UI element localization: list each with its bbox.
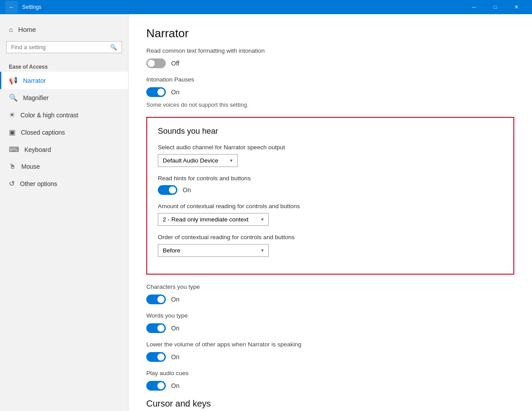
words-block: Words you type On (146, 312, 514, 333)
main-layout: ⌂ Home 🔍 Ease of Access 📢 Narrator 🔍 Mag… (0, 14, 532, 411)
other-options-label: Other options (20, 180, 57, 187)
color-contrast-label: Color & high contrast (20, 112, 78, 119)
narrator-icon: 📢 (9, 76, 18, 85)
closed-captions-label: Closed captions (21, 129, 65, 136)
maximize-button[interactable]: □ (485, 0, 505, 14)
home-label: Home (18, 26, 36, 33)
narrator-label: Narrator (23, 77, 46, 84)
read-hints-toggle[interactable] (158, 185, 177, 195)
home-icon: ⌂ (9, 26, 13, 33)
words-toggle-row: On (146, 323, 514, 333)
read-formatting-toggle[interactable] (146, 58, 166, 68)
titlebar: ← Settings ─ □ ✕ (0, 0, 532, 14)
words-toggle[interactable] (146, 323, 166, 333)
toggle-thumb (157, 353, 164, 361)
other-options-icon: ↺ (9, 179, 15, 188)
chevron-down-icon: ▾ (230, 158, 233, 163)
search-icon: 🔍 (110, 44, 117, 50)
read-hints-label: Read hints for controls and buttons (158, 175, 503, 182)
read-hints-toggle-label: On (183, 186, 191, 194)
sounds-heading: Sounds you hear (158, 127, 503, 136)
characters-toggle-row: On (146, 295, 514, 304)
close-button[interactable]: ✕ (506, 0, 527, 14)
contextual-amount-block: Amount of contextual reading for control… (158, 203, 503, 226)
characters-toggle[interactable] (146, 295, 166, 304)
audio-channel-label: Select audio channel for Narrator speech… (158, 144, 503, 151)
search-input[interactable] (11, 44, 107, 50)
lower-volume-toggle[interactable] (146, 352, 166, 362)
contextual-order-label: Order of contextual reading for controls… (158, 234, 503, 240)
characters-label: Characters you type (146, 283, 514, 290)
lower-volume-toggle-label: On (171, 353, 180, 361)
chevron-down-icon: ▾ (261, 217, 264, 222)
audio-channel-dropdown[interactable]: Default Audio Device ▾ (158, 154, 238, 167)
magnifier-icon: 🔍 (9, 93, 18, 102)
sidebar-item-other-options[interactable]: ↺ Other options (0, 175, 128, 192)
play-cues-block: Play audio cues On (146, 370, 514, 391)
contextual-order-block: Order of contextual reading for controls… (158, 234, 503, 257)
toggle-thumb (157, 89, 164, 96)
chevron-down-icon: ▾ (261, 248, 264, 253)
sidebar-item-home[interactable]: ⌂ Home (0, 21, 128, 38)
audio-channel-block: Select audio channel for Narrator speech… (158, 144, 503, 167)
window-controls: ─ □ ✕ (464, 0, 527, 14)
toggle-thumb (157, 296, 164, 303)
read-formatting-toggle-label: Off (171, 60, 179, 67)
contextual-amount-dropdown[interactable]: 2 - Read only immediate context ▾ (158, 213, 269, 226)
words-toggle-label: On (171, 325, 180, 332)
minimize-button[interactable]: ─ (464, 0, 484, 14)
keyboard-label: Keyboard (24, 146, 51, 153)
sidebar-item-mouse[interactable]: 🖱 Mouse (0, 158, 128, 175)
closed-captions-icon: ▣ (9, 128, 16, 136)
intonation-note: Some voices do not support this setting. (146, 101, 514, 108)
toggle-thumb (148, 60, 155, 67)
sidebar-item-closed-captions[interactable]: ▣ Closed captions (0, 124, 128, 141)
toggle-thumb (157, 382, 164, 389)
read-formatting-toggle-row: Off (146, 58, 514, 68)
back-icon: ← (8, 4, 15, 11)
sidebar-section-label: Ease of Access (0, 60, 128, 72)
back-button[interactable]: ← (5, 1, 18, 13)
sidebar-item-color-contrast[interactable]: ☀ Color & high contrast (0, 106, 128, 124)
toggle-thumb (169, 186, 176, 194)
lower-volume-label: Lower the volume of other apps when Narr… (146, 341, 514, 348)
search-box[interactable]: 🔍 (6, 41, 122, 53)
cursor-keys-heading: Cursor and keys (146, 399, 514, 409)
lower-volume-toggle-row: On (146, 352, 514, 362)
read-formatting-block: Read common text formatting with intonat… (146, 47, 514, 68)
intonation-label: Intonation Pauses (146, 76, 514, 83)
keyboard-icon: ⌨ (9, 145, 19, 154)
sidebar-item-keyboard[interactable]: ⌨ Keyboard (0, 141, 128, 158)
titlebar-title: Settings (22, 4, 41, 10)
content-area: Narrator Read common text formatting wit… (129, 14, 532, 411)
sounds-section: Sounds you hear Select audio channel for… (146, 117, 514, 275)
read-formatting-label: Read common text formatting with intonat… (146, 47, 514, 54)
toggle-thumb (157, 325, 164, 332)
read-hints-toggle-row: On (158, 185, 503, 195)
intonation-toggle-row: On (146, 87, 514, 97)
play-cues-toggle-row: On (146, 381, 514, 391)
mouse-icon: 🖱 (9, 163, 16, 171)
contextual-amount-label: Amount of contextual reading for control… (158, 203, 503, 209)
audio-channel-value: Default Audio Device (163, 157, 218, 164)
characters-block: Characters you type On (146, 283, 514, 304)
play-cues-label: Play audio cues (146, 370, 514, 376)
intonation-toggle-label: On (171, 89, 180, 96)
sidebar: ⌂ Home 🔍 Ease of Access 📢 Narrator 🔍 Mag… (0, 14, 129, 411)
words-label: Words you type (146, 312, 514, 319)
intonation-toggle[interactable] (146, 87, 166, 97)
sidebar-item-narrator[interactable]: 📢 Narrator (0, 72, 128, 89)
contextual-amount-value: 2 - Read only immediate context (163, 216, 249, 223)
contextual-order-dropdown[interactable]: Before ▾ (158, 244, 269, 257)
play-cues-toggle[interactable] (146, 381, 166, 391)
characters-toggle-label: On (171, 296, 180, 303)
color-contrast-icon: ☀ (9, 111, 15, 119)
lower-volume-block: Lower the volume of other apps when Narr… (146, 341, 514, 362)
play-cues-toggle-label: On (171, 382, 180, 389)
read-hints-block: Read hints for controls and buttons On (158, 175, 503, 195)
intonation-block: Intonation Pauses On Some voices do not … (146, 76, 514, 108)
page-title: Narrator (146, 27, 514, 40)
mouse-label: Mouse (21, 163, 40, 170)
magnifier-label: Magnifier (23, 94, 49, 101)
sidebar-item-magnifier[interactable]: 🔍 Magnifier (0, 89, 128, 106)
